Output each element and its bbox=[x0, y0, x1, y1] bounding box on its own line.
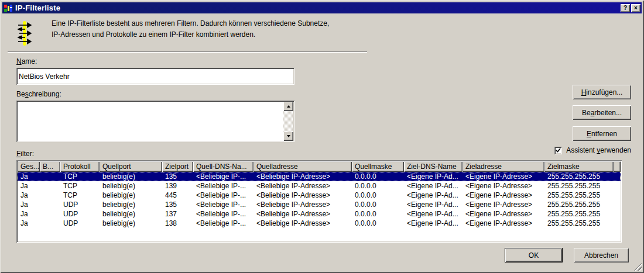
name-label: Name: bbox=[16, 57, 37, 65]
help-icon: ? bbox=[624, 5, 627, 11]
table-cell: Ja bbox=[18, 201, 40, 209]
column-header[interactable]: Ges... bbox=[18, 161, 40, 172]
up-arrow-icon bbox=[287, 105, 290, 108]
titlebar[interactable]: IP-Filterliste ? × bbox=[2, 2, 642, 13]
table-cell: 135 bbox=[162, 201, 193, 209]
remove-button[interactable]: Entfernen bbox=[573, 126, 631, 141]
table-cell: 0.0.0.0 bbox=[352, 210, 404, 218]
table-cell: <Eigene IP-Ad... bbox=[404, 191, 463, 199]
table-cell: 139 bbox=[162, 182, 193, 190]
table-cell: <Beliebige IP-... bbox=[193, 172, 254, 181]
column-header[interactable]: Zieladresse bbox=[463, 161, 544, 172]
table-cell: <Beliebige IP-Adresse> bbox=[254, 201, 352, 209]
ip-filterliste-dialog: IP-Filterliste ? × Eine IP-Filterliste b… bbox=[0, 0, 644, 273]
table-cell: <Eigene IP-Adresse> bbox=[463, 219, 544, 227]
table-cell: TCP bbox=[60, 182, 100, 190]
column-header[interactable]: Quellport bbox=[100, 161, 162, 172]
close-icon: × bbox=[634, 5, 638, 11]
table-cell: <Eigene IP-Adresse> bbox=[463, 191, 544, 199]
table-cell: 0.0.0.0 bbox=[352, 191, 404, 199]
table-cell: beliebig(e) bbox=[100, 191, 162, 199]
column-header[interactable]: Quelladresse bbox=[254, 161, 352, 172]
cancel-button[interactable]: Abbrechen bbox=[574, 248, 629, 262]
resize-grip-icon[interactable] bbox=[634, 263, 642, 271]
table-cell: 138 bbox=[162, 219, 193, 227]
table-cell: <Eigene IP-Ad... bbox=[404, 201, 463, 209]
table-cell: 255.255.255.255 bbox=[544, 210, 614, 218]
table-row[interactable]: JaUDPbeliebig(e)137<Beliebige IP-...<Bel… bbox=[18, 209, 621, 219]
table-cell: 445 bbox=[162, 191, 193, 199]
use-wizard-checkbox[interactable] bbox=[554, 147, 562, 154]
separator-line bbox=[8, 51, 367, 53]
description-scrollbar[interactable] bbox=[283, 102, 293, 141]
filter-table-body: JaTCPbeliebig(e)135<Beliebige IP-...<Bel… bbox=[18, 172, 621, 228]
table-cell: <Beliebige IP-Adresse> bbox=[254, 172, 352, 181]
column-header[interactable]: B... bbox=[40, 161, 60, 172]
column-header[interactable]: Ziel-DNS-Name bbox=[404, 161, 463, 172]
table-cell: <Eigene IP-Adresse> bbox=[463, 172, 544, 181]
table-cell: 0.0.0.0 bbox=[352, 172, 404, 181]
table-cell: <Eigene IP-Adresse> bbox=[463, 210, 544, 218]
table-cell: 135 bbox=[162, 172, 193, 181]
table-cell: Ja bbox=[18, 172, 40, 181]
table-cell: <Eigene IP-Ad... bbox=[404, 219, 463, 227]
checkmark-icon bbox=[556, 148, 561, 153]
column-header[interactable]: Zielport bbox=[162, 161, 193, 172]
use-wizard-label: Assistent verwenden bbox=[566, 146, 631, 154]
table-cell: 137 bbox=[162, 210, 193, 218]
table-cell: <Beliebige IP-Adresse> bbox=[254, 219, 352, 227]
close-button[interactable]: × bbox=[631, 4, 640, 12]
filter-table-header: Ges...B...ProtokollQuellportZielportQuel… bbox=[18, 161, 621, 172]
table-cell: Ja bbox=[18, 219, 40, 227]
table-row[interactable]: JaTCPbeliebig(e)445<Beliebige IP-...<Bel… bbox=[18, 191, 621, 200]
table-cell: TCP bbox=[60, 191, 100, 199]
table-row[interactable]: JaUDPbeliebig(e)138<Beliebige IP-...<Bel… bbox=[18, 219, 621, 228]
table-cell: <Eigene IP-Adresse> bbox=[463, 182, 544, 190]
scroll-down-button[interactable] bbox=[283, 132, 293, 141]
table-cell: UDP bbox=[60, 210, 100, 218]
table-cell: 0.0.0.0 bbox=[352, 219, 404, 227]
intro-line-2: IP-Adressen und Protokolle zu einem IP-F… bbox=[52, 29, 329, 40]
table-cell: 255.255.255.255 bbox=[544, 201, 614, 209]
table-cell: 0.0.0.0 bbox=[352, 201, 404, 209]
scroll-up-button[interactable] bbox=[283, 102, 293, 111]
table-cell: UDP bbox=[60, 201, 100, 209]
table-cell: <Beliebige IP-Adresse> bbox=[254, 182, 352, 190]
column-header[interactable]: Protokoll bbox=[60, 161, 100, 172]
table-cell: UDP bbox=[60, 219, 100, 227]
table-cell: <Eigene IP-Ad... bbox=[404, 172, 463, 181]
filter-label: Filter: bbox=[16, 150, 34, 158]
table-cell: <Beliebige IP-... bbox=[193, 201, 254, 209]
table-cell: beliebig(e) bbox=[100, 201, 162, 209]
edit-button[interactable]: Bearbeiten... bbox=[573, 105, 631, 120]
column-header[interactable]: Zielmaske bbox=[544, 161, 614, 172]
table-cell: beliebig(e) bbox=[100, 172, 162, 181]
name-input[interactable] bbox=[16, 68, 294, 85]
down-arrow-icon bbox=[287, 135, 290, 137]
column-header-stub bbox=[614, 161, 621, 172]
table-row[interactable]: JaUDPbeliebig(e)135<Beliebige IP-...<Bel… bbox=[18, 200, 621, 209]
filter-listview: Ges...B...ProtokollQuellportZielportQuel… bbox=[16, 160, 622, 243]
intro-text: Eine IP-Filterliste besteht aus mehreren… bbox=[52, 18, 329, 40]
table-cell: <Beliebige IP-Adresse> bbox=[254, 191, 352, 199]
description-label: Beschreibung: bbox=[16, 90, 61, 98]
description-textarea[interactable] bbox=[16, 101, 294, 142]
table-cell: 255.255.255.255 bbox=[544, 219, 614, 227]
table-row[interactable]: JaTCPbeliebig(e)135<Beliebige IP-...<Bel… bbox=[18, 172, 621, 181]
window-title: IP-Filterliste bbox=[15, 4, 619, 12]
filter-list-icon bbox=[18, 19, 32, 47]
table-cell: 0.0.0.0 bbox=[352, 182, 404, 190]
add-button[interactable]: Hinzufügen... bbox=[573, 85, 631, 99]
table-cell: Ja bbox=[18, 210, 40, 218]
use-wizard-checkbox-row[interactable]: Assistent verwenden bbox=[554, 146, 631, 155]
table-row[interactable]: JaTCPbeliebig(e)139<Beliebige IP-...<Bel… bbox=[18, 181, 621, 191]
column-header[interactable]: Quell-DNS-Na... bbox=[193, 161, 254, 172]
table-cell: TCP bbox=[60, 172, 100, 181]
ok-button[interactable]: OK bbox=[505, 248, 563, 262]
help-button[interactable]: ? bbox=[621, 4, 630, 12]
table-cell: Ja bbox=[18, 191, 40, 199]
table-cell: <Beliebige IP-... bbox=[193, 210, 254, 218]
table-cell: 255.255.255.255 bbox=[544, 182, 614, 190]
column-header[interactable]: Quellmaske bbox=[352, 161, 404, 172]
table-cell: <Eigene IP-Adresse> bbox=[463, 201, 544, 209]
